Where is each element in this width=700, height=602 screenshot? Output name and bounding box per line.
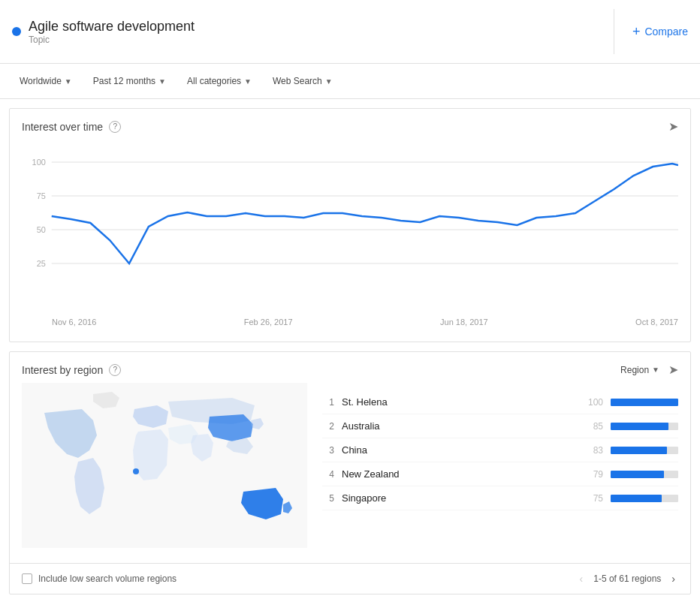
search-type-caret-icon: ▼	[325, 77, 333, 86]
categories-filter[interactable]: All categories ▼	[180, 71, 259, 91]
rank-bar	[611, 447, 667, 454]
interest-over-time-card: Interest over time ? ➤ 100 75 50 25 Nov …	[9, 108, 691, 342]
rank-bar-wrap	[611, 495, 678, 502]
rank-row: 1 St. Helena 100	[322, 390, 678, 414]
prev-page-button[interactable]: ‹	[577, 571, 587, 586]
rank-bar	[611, 423, 668, 430]
interest-by-region-card: Interest by region ? Region ▼ ➤	[9, 351, 691, 594]
chart-area: 100 75 50 25 Nov 6, 2016 Feb 26, 2017 Ju…	[10, 140, 690, 342]
topic-info: Agile software development Topic	[12, 19, 596, 45]
region-card-title: Interest by region	[22, 364, 103, 376]
rank-country: Singapore	[342, 492, 578, 504]
page-header: Agile software development Topic + Compa…	[0, 0, 700, 64]
topic-subtitle: Topic	[29, 35, 195, 45]
region-help-icon[interactable]: ?	[109, 364, 121, 376]
svg-point-9	[133, 468, 139, 474]
region-controls: Region ▼ ➤	[620, 363, 678, 377]
svg-text:75: 75	[37, 191, 46, 200]
rank-country: China	[342, 444, 578, 456]
time-range-label: Past 12 months	[93, 76, 155, 86]
share-icon[interactable]: ➤	[668, 119, 678, 134]
worldwide-caret-icon: ▼	[65, 77, 72, 86]
pagination: ‹ 1-5 of 61 regions ›	[577, 571, 678, 586]
topic-title: Agile software development	[29, 19, 195, 35]
region-card-header: Interest by region ? Region ▼ ➤	[10, 352, 690, 383]
region-body: 1 St. Helena 100 2 Australia 85 3 China …	[10, 383, 690, 563]
rank-number: 2	[322, 421, 334, 432]
rank-bar	[611, 399, 678, 406]
compare-label: Compare	[644, 26, 688, 38]
rank-country: New Zealand	[342, 468, 578, 480]
topic-dot	[12, 27, 21, 36]
rank-row: 2 Australia 85	[322, 414, 678, 438]
rankings-list: 1 St. Helena 100 2 Australia 85 3 China …	[322, 383, 678, 548]
x-label-3: Jun 18, 2017	[440, 318, 488, 327]
region-title-wrap: Interest by region ?	[22, 364, 121, 376]
search-type-label: Web Search	[273, 76, 322, 86]
x-label-2: Feb 26, 2017	[244, 318, 293, 327]
region-share-icon[interactable]: ➤	[668, 363, 678, 377]
svg-text:100: 100	[32, 158, 46, 167]
rank-bar-wrap	[611, 423, 678, 430]
time-range-caret-icon: ▼	[158, 77, 166, 86]
rank-country: St. Helena	[342, 396, 578, 408]
chart-x-labels: Nov 6, 2016 Feb 26, 2017 Jun 18, 2017 Oc…	[22, 315, 678, 327]
rank-value: 83	[585, 445, 603, 456]
card-title-wrap: Interest over time ?	[22, 121, 121, 133]
card-header: Interest over time ? ➤	[10, 109, 690, 140]
region-view-label: Region	[620, 365, 649, 375]
region-dropdown[interactable]: Region ▼	[620, 365, 659, 375]
rank-number: 4	[322, 469, 334, 480]
low-volume-wrap: Include low search volume regions	[22, 573, 177, 584]
rank-value: 100	[585, 397, 603, 408]
filter-bar: Worldwide ▼ Past 12 months ▼ All categor…	[0, 64, 700, 99]
x-label-4: Oct 8, 2017	[635, 318, 678, 327]
help-icon[interactable]: ?	[109, 121, 121, 133]
world-map	[22, 383, 307, 548]
header-divider	[614, 9, 614, 54]
pagination-text: 1-5 of 61 regions	[593, 573, 661, 584]
time-series-chart: 100 75 50 25	[22, 147, 678, 312]
rank-row: 5 Singapore 75	[322, 486, 678, 510]
region-caret-icon: ▼	[652, 366, 659, 374]
rank-number: 5	[322, 493, 334, 504]
categories-caret-icon: ▼	[244, 77, 252, 86]
rank-value: 79	[585, 469, 603, 480]
svg-text:25: 25	[37, 259, 46, 268]
time-range-filter[interactable]: Past 12 months ▼	[86, 71, 173, 91]
rank-number: 1	[322, 397, 334, 408]
topic-text: Agile software development Topic	[29, 19, 195, 45]
rank-country: Australia	[342, 420, 578, 432]
rank-bar	[611, 471, 664, 478]
categories-label: All categories	[187, 76, 241, 86]
rank-value: 85	[585, 421, 603, 432]
rank-bar-wrap	[611, 447, 678, 454]
low-volume-checkbox[interactable]	[22, 573, 32, 584]
low-volume-label: Include low search volume regions	[38, 573, 177, 584]
rank-row: 3 China 83	[322, 438, 678, 462]
rank-bar-wrap	[611, 399, 678, 406]
rank-row: 4 New Zealand 79	[322, 462, 678, 486]
worldwide-filter[interactable]: Worldwide ▼	[12, 71, 80, 91]
next-page-button[interactable]: ›	[668, 571, 678, 586]
rank-bar-wrap	[611, 471, 678, 478]
svg-text:50: 50	[37, 225, 46, 234]
worldwide-label: Worldwide	[20, 76, 62, 86]
rank-number: 3	[322, 445, 334, 456]
compare-plus-icon: +	[632, 24, 641, 40]
region-footer: Include low search volume regions ‹ 1-5 …	[10, 563, 690, 594]
rank-value: 75	[585, 493, 603, 504]
x-label-1: Nov 6, 2016	[52, 318, 96, 327]
rank-bar	[611, 495, 662, 502]
compare-button[interactable]: + Compare	[632, 24, 688, 40]
search-type-filter[interactable]: Web Search ▼	[265, 71, 340, 91]
card-title: Interest over time	[22, 121, 103, 133]
map-svg	[22, 383, 307, 548]
